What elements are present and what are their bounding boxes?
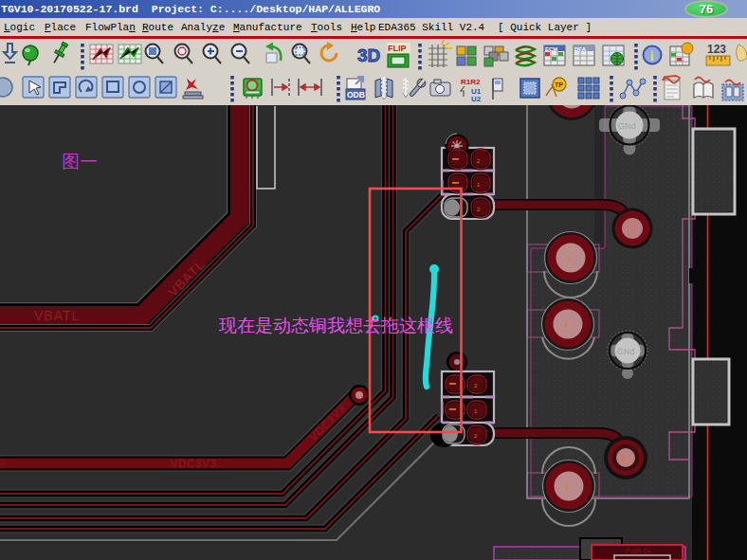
svg-text:5: 5 — [565, 483, 570, 492]
svg-text:ECM: ECM — [545, 46, 557, 52]
svg-text:4: 4 — [564, 321, 569, 330]
svg-text:i: i — [650, 48, 654, 63]
svg-text:TP: TP — [555, 81, 563, 88]
svg-text:3: 3 — [567, 255, 572, 263]
svg-text:123: 123 — [707, 43, 726, 56]
svg-text:DFA: DFA — [574, 46, 587, 52]
svg-text:图一: 图一 — [62, 152, 99, 172]
svg-text:U2: U2 — [471, 95, 482, 103]
svg-text:FLIP: FLIP — [388, 44, 407, 53]
svg-text:6: 6 — [622, 455, 627, 463]
svg-text:现在是动态铜我想去拖这根线: 现在是动态铜我想去拖这根线 — [218, 316, 453, 335]
svg-text:GNd: GNd — [617, 347, 635, 356]
svg-text:R1R2: R1R2 — [461, 78, 481, 86]
svg-text:ODB: ODB — [347, 90, 365, 99]
svg-text:R: R — [0, 458, 6, 469]
svg-text:3D: 3D — [357, 45, 380, 65]
svg-text:GNd: GNd — [618, 121, 636, 131]
svg-text:PWR-04: PWR-04 — [626, 548, 651, 554]
svg-text:2: 2 — [629, 226, 633, 234]
svg-text:VBATL: VBATL — [34, 308, 80, 323]
svg-text:VDC3V3: VDC3V3 — [171, 458, 217, 469]
